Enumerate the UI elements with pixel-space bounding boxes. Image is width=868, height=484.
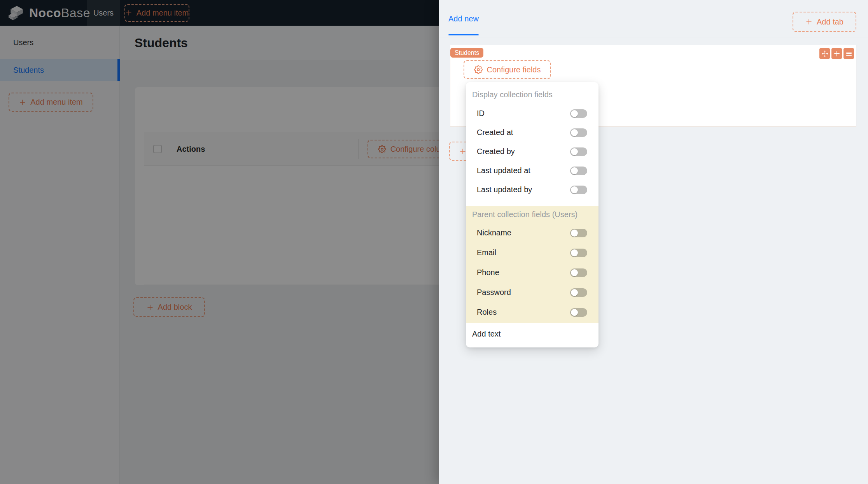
plus-icon[interactable] [831, 48, 842, 59]
field-toggle-row[interactable]: Nickname [466, 223, 598, 243]
toggle-switch[interactable] [570, 167, 587, 175]
add-text-menu-item[interactable]: Add text [466, 323, 598, 345]
configure-fields-dropdown: Display collection fields ID Created at … [466, 82, 598, 347]
drawer-overlay-mask[interactable] [0, 0, 439, 484]
toggle-switch[interactable] [570, 288, 587, 297]
toggle-switch[interactable] [570, 186, 587, 194]
toggle-switch[interactable] [570, 147, 587, 156]
drag-icon[interactable] [819, 48, 830, 59]
field-toggle-row[interactable]: Created at [466, 123, 598, 142]
group-title: Parent collection fields (Users) [466, 206, 598, 223]
parent-collection-fields-group: Parent collection fields (Users) Nicknam… [466, 206, 598, 323]
toggle-switch[interactable] [570, 229, 587, 237]
field-toggle-row[interactable]: Email [466, 243, 598, 263]
field-toggle-row[interactable]: ID [466, 104, 598, 123]
gear-icon [474, 65, 483, 74]
field-toggle-row[interactable]: Phone [466, 263, 598, 282]
toggle-switch[interactable] [570, 249, 587, 257]
field-toggle-row[interactable]: Roles [466, 302, 598, 322]
plus-icon [459, 148, 466, 155]
add-new-drawer: Add new Add tab Students Configure field… [439, 0, 868, 484]
toggle-switch[interactable] [570, 128, 587, 137]
field-toggle-row[interactable]: Last updated by [466, 180, 598, 199]
toggle-switch[interactable] [570, 268, 587, 277]
drawer-tab-bar: Add new Add tab [439, 0, 868, 37]
field-toggle-row[interactable]: Created by [466, 142, 598, 161]
toggle-switch[interactable] [570, 109, 587, 118]
block-designer-toolbar [819, 48, 854, 59]
field-toggle-row[interactable]: Password [466, 282, 598, 302]
display-collection-fields-group: Display collection fields ID Created at … [466, 85, 598, 199]
field-toggle-row[interactable]: Last updated at [466, 161, 598, 180]
configure-fields-button[interactable]: Configure fields [464, 60, 551, 79]
group-title: Display collection fields [466, 85, 598, 104]
tab-add-new[interactable]: Add new [448, 0, 479, 37]
block-collection-badge: Students [450, 48, 483, 58]
menu-icon[interactable] [844, 48, 854, 59]
add-tab-button[interactable]: Add tab [793, 12, 856, 32]
plus-icon [805, 18, 812, 25]
group-spacer [466, 199, 598, 206]
toggle-switch[interactable] [570, 308, 587, 317]
